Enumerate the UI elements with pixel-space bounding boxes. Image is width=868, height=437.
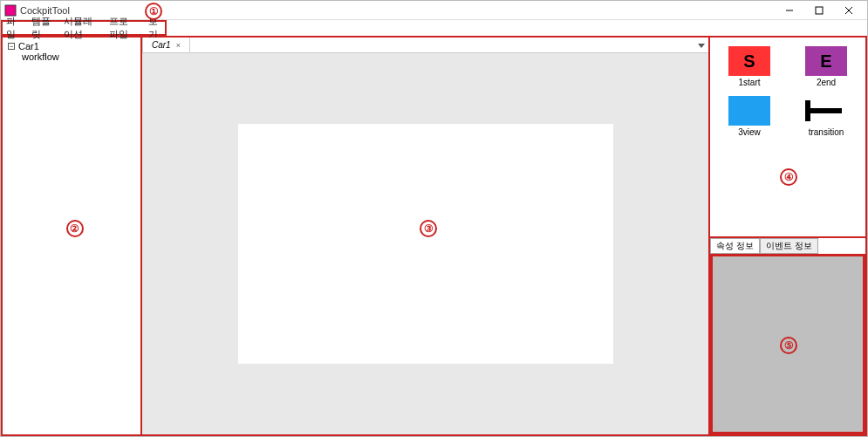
canvas-area[interactable]: ③: [142, 53, 708, 434]
minimize-button[interactable]: [775, 1, 804, 19]
editor-panel: Car1 × ③: [142, 38, 708, 434]
tab-car1[interactable]: Car1 ×: [142, 37, 190, 52]
svg-rect-0: [5, 5, 16, 16]
start-shape: S: [728, 46, 770, 76]
tree-child-item[interactable]: workflow: [8, 51, 135, 62]
tree-child-label: workflow: [22, 51, 59, 62]
window-title: CockpitTool: [20, 5, 775, 16]
svg-marker-5: [698, 44, 705, 48]
palette-item-view[interactable]: 3view: [728, 96, 770, 137]
tree-root-label: Car1: [18, 41, 39, 51]
palette-label-transition: transition: [809, 127, 844, 137]
palette-label-start: 1start: [738, 78, 760, 87]
menubar: 파일 템플릿 시뮬레이션 프로파일 보기: [1, 20, 167, 36]
callout-2: ②: [66, 220, 84, 237]
transition-shape: [805, 96, 847, 126]
tab-strip: Car1 ×: [142, 38, 708, 53]
tree-root-item[interactable]: − Car1: [8, 41, 135, 51]
properties-tabs: 속성 정보 이벤트 정보: [710, 238, 865, 254]
palette-item-end[interactable]: E 2end: [805, 46, 847, 87]
palette-item-transition[interactable]: transition: [805, 96, 847, 137]
palette-item-start[interactable]: S 1start: [728, 46, 770, 87]
tab-label: Car1: [152, 40, 171, 50]
properties-body[interactable]: [710, 254, 865, 434]
properties-tab-attributes[interactable]: 속성 정보: [710, 238, 760, 254]
properties-panel: 속성 정보 이벤트 정보 ⑤: [710, 238, 865, 434]
end-shape: E: [805, 46, 847, 76]
svg-rect-2: [816, 7, 823, 14]
properties-tab-events[interactable]: 이벤트 정보: [760, 238, 818, 254]
callout-4: ④: [780, 168, 797, 186]
close-button[interactable]: [834, 1, 864, 19]
canvas-workspace[interactable]: [238, 124, 613, 364]
main-body: − Car1 workflow ② Car1 × ③: [1, 36, 867, 436]
tree-panel: − Car1 workflow ②: [3, 38, 142, 434]
palette-label-view: 3view: [738, 127, 761, 137]
maximize-button[interactable]: [804, 1, 834, 19]
view-shape: [728, 96, 770, 126]
tab-overflow-button[interactable]: [694, 38, 708, 52]
tree-expand-icon[interactable]: −: [8, 43, 15, 50]
palette-panel: S 1start E 2end 3view: [710, 38, 865, 238]
palette-label-end: 2end: [817, 78, 836, 87]
right-column: S 1start E 2end 3view: [708, 38, 865, 434]
app-window: CockpitTool ① 파일 템플릿 시뮬레이션 프로파일 보기 − Car…: [0, 0, 868, 437]
tab-close-icon[interactable]: ×: [176, 41, 181, 50]
